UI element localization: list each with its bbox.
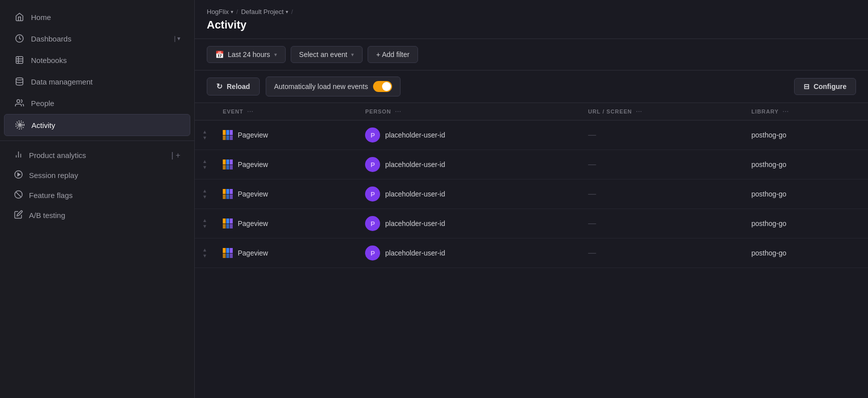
sidebar-item-data-management[interactable]: Data management <box>4 71 190 92</box>
sidebar-item-notebooks[interactable]: Notebooks <box>4 50 190 70</box>
sidebar-item-dashboards[interactable]: Dashboards | ▾ <box>4 28 190 49</box>
sidebar-item-activity[interactable]: Activity <box>4 114 190 136</box>
configure-label: Configure <box>814 82 847 90</box>
person-cell: P placeholder-user-id <box>357 120 580 150</box>
event-name: Pageview <box>238 131 268 139</box>
svg-point-7 <box>19 124 21 126</box>
table-row[interactable]: ▲▼ Pageview P placeholder-user-id —posth… <box>195 209 868 238</box>
url-cell: — <box>580 209 743 238</box>
svg-rect-16 <box>223 130 226 135</box>
sidebar-item-label: Dashboards <box>31 34 168 43</box>
session-replay-icon <box>14 170 23 180</box>
event-icon <box>223 189 233 199</box>
row-expand[interactable]: ▲▼ <box>195 238 215 268</box>
col-menu-person[interactable]: ··· <box>395 108 402 115</box>
add-filter-button[interactable]: + Add filter <box>368 46 418 63</box>
svg-point-6 <box>17 100 20 102</box>
sidebar-item-label: Notebooks <box>31 56 180 64</box>
event-icon <box>223 130 233 140</box>
reload-icon: ↻ <box>216 82 223 91</box>
library-value: posthog-go <box>751 249 786 257</box>
event-select-button[interactable]: Select an event ▾ <box>291 46 363 63</box>
sidebar-item-label: Activity <box>31 121 180 130</box>
avatar: P <box>365 216 380 231</box>
col-menu-library[interactable]: ··· <box>783 108 789 115</box>
breadcrumb-project-label: HogFlix <box>207 8 229 16</box>
expand-arrows[interactable]: ▲▼ <box>199 248 211 258</box>
reload-button[interactable]: ↻ Reload <box>207 78 260 96</box>
auto-load-container: Automatically load new events <box>266 76 401 96</box>
library-value: posthog-go <box>751 160 786 168</box>
row-expand[interactable]: ▲▼ <box>195 150 215 180</box>
sidebar-item-people[interactable]: People <box>4 92 190 114</box>
auto-load-label: Automatically load new events <box>274 82 368 90</box>
person-id: placeholder-user-id <box>385 131 445 139</box>
events-table: EVENT···PERSON···URL / SCREEN···LIBRARY·… <box>195 103 868 268</box>
sidebar-item-label: Home <box>31 13 180 22</box>
library-value: posthog-go <box>751 220 786 228</box>
filter-toolbar: 📅 Last 24 hours ▾ Select an event ▾ + Ad… <box>195 39 868 70</box>
row-expand[interactable]: ▲▼ <box>195 180 215 209</box>
svg-rect-40 <box>223 248 226 253</box>
url-value: — <box>588 219 596 228</box>
svg-rect-41 <box>226 248 229 253</box>
svg-rect-35 <box>226 218 229 224</box>
sidebar-sub-label: Session replay <box>29 171 78 180</box>
expand-arrows[interactable]: ▲▼ <box>199 159 211 170</box>
time-range-button[interactable]: 📅 Last 24 hours ▾ <box>207 46 286 63</box>
arrow-down-icon: ▼ <box>202 194 207 200</box>
svg-rect-32 <box>226 194 229 199</box>
row-expand[interactable]: ▲▼ <box>195 120 215 150</box>
sidebar-item-feature-flags[interactable]: Feature flags <box>4 186 190 205</box>
table-row[interactable]: ▲▼ Pageview P placeholder-user-id —posth… <box>195 120 868 150</box>
event-name: Pageview <box>238 160 268 168</box>
sidebar-item-ab-testing[interactable]: A/B testing <box>4 206 190 225</box>
table-row[interactable]: ▲▼ Pageview P placeholder-user-id —posth… <box>195 150 868 180</box>
url-cell: — <box>580 120 743 150</box>
configure-button[interactable]: ⊟ Configure <box>794 78 856 95</box>
time-range-label: Last 24 hours <box>228 50 270 58</box>
sidebar-item-home[interactable]: Home <box>4 6 190 28</box>
event-name: Pageview <box>238 220 268 228</box>
expand-arrows[interactable]: ▲▼ <box>199 130 211 140</box>
sidebar-item-session-replay[interactable]: Session replay <box>4 166 190 185</box>
url-value: — <box>588 160 596 168</box>
library-value: posthog-go <box>751 131 786 139</box>
chevron-down-icon-3: ▾ <box>274 52 277 58</box>
col-menu-url-screen[interactable]: ··· <box>636 108 642 115</box>
svg-rect-1 <box>16 56 23 64</box>
url-cell: — <box>580 150 743 180</box>
person-cell: P placeholder-user-id <box>357 180 580 209</box>
activity-icon <box>14 120 25 130</box>
expand-arrows[interactable]: ▲▼ <box>199 188 211 200</box>
avatar: P <box>365 186 380 202</box>
arrow-up-icon: ▲ <box>202 218 207 223</box>
svg-rect-31 <box>223 194 226 199</box>
auto-load-toggle[interactable] <box>373 81 392 92</box>
sidebar-divider <box>0 140 194 141</box>
col-menu-event[interactable]: ··· <box>247 108 254 115</box>
arrow-up-icon: ▲ <box>202 188 207 194</box>
feature-flags-icon <box>14 190 23 200</box>
sidebar-item-product-analytics[interactable]: Product analytics | + <box>4 146 190 165</box>
breadcrumb-subproject-label: Default Project <box>241 8 284 16</box>
svg-rect-21 <box>230 136 233 140</box>
breadcrumb-project[interactable]: HogFlix ▾ <box>207 8 233 16</box>
library-cell: posthog-go <box>743 150 868 180</box>
expand-arrows[interactable]: ▲▼ <box>199 218 211 229</box>
person-id: placeholder-user-id <box>385 249 445 257</box>
col-header-library: LIBRARY··· <box>743 103 868 120</box>
row-expand[interactable]: ▲▼ <box>195 209 215 238</box>
add-product-analytics-button[interactable]: | + <box>171 151 180 160</box>
event-cell: Pageview <box>215 150 357 180</box>
sidebar-item-label: People <box>31 99 180 108</box>
svg-rect-42 <box>230 248 233 253</box>
svg-point-8 <box>17 122 23 128</box>
avatar: P <box>365 128 380 142</box>
library-cell: posthog-go <box>743 180 868 209</box>
breadcrumb-subproject[interactable]: Default Project ▾ <box>241 8 288 16</box>
url-cell: — <box>580 180 743 209</box>
svg-rect-23 <box>226 160 229 164</box>
table-row[interactable]: ▲▼ Pageview P placeholder-user-id —posth… <box>195 180 868 209</box>
table-row[interactable]: ▲▼ Pageview P placeholder-user-id —posth… <box>195 238 868 268</box>
